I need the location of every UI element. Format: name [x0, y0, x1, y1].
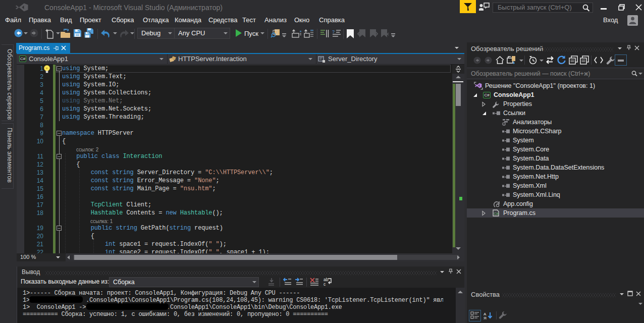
svg-text:Я: Я: [484, 316, 487, 320]
svg-text:C#: C#: [494, 211, 499, 216]
svg-text:?: ?: [332, 29, 335, 34]
